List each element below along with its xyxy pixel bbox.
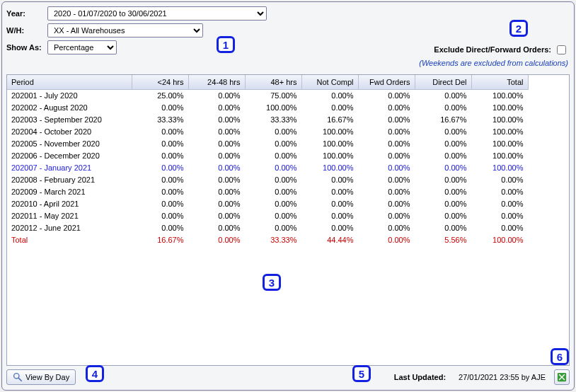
period-cell: 202002 - August 2020 bbox=[7, 101, 132, 113]
value-cell: 0.00% bbox=[415, 137, 471, 149]
period-cell: 202007 - January 2021 bbox=[7, 161, 132, 173]
column-header[interactable]: <24 hrs bbox=[132, 75, 188, 89]
value-cell: 100.00% bbox=[301, 149, 358, 161]
table-row[interactable]: 202007 - January 20210.00%0.00%0.00%100.… bbox=[7, 161, 528, 173]
period-cell: 202009 - March 2021 bbox=[7, 185, 132, 197]
value-cell: 0.00% bbox=[245, 125, 301, 137]
value-cell: 0.00% bbox=[471, 173, 528, 185]
show-as-select[interactable]: Percentage bbox=[47, 40, 117, 54]
column-header[interactable]: Direct Del bbox=[415, 75, 471, 89]
last-updated-label: Last Updated: bbox=[394, 373, 446, 381]
period-cell: 202004 - October 2020 bbox=[7, 125, 132, 137]
value-cell: 0.00% bbox=[301, 101, 358, 113]
value-cell: 0.00% bbox=[358, 89, 415, 101]
data-table-container: Period<24 hrs24-48 hrs48+ hrsNot ComplFw… bbox=[6, 74, 570, 366]
value-cell: 0.00% bbox=[358, 173, 415, 185]
excel-icon bbox=[557, 372, 567, 382]
value-cell: 100.00% bbox=[471, 137, 528, 149]
column-header[interactable]: Period bbox=[7, 75, 132, 89]
table-row[interactable]: 202002 - August 20200.00%0.00%100.00%0.0… bbox=[7, 101, 528, 113]
column-header[interactable]: Total bbox=[471, 75, 528, 89]
period-cell: 202001 - July 2020 bbox=[7, 89, 132, 101]
year-select[interactable]: 2020 - 01/07/2020 to 30/06/2021 bbox=[47, 6, 267, 21]
table-row[interactable]: Total16.67%0.00%33.33%44.44%0.00%5.56%10… bbox=[7, 234, 528, 246]
value-cell: 0.00% bbox=[188, 185, 245, 197]
period-cell: 202006 - December 2020 bbox=[7, 149, 132, 161]
value-cell: 100.00% bbox=[245, 101, 301, 113]
weekend-note: (Weekends are excluded from calculations… bbox=[419, 59, 568, 67]
value-cell: 0.00% bbox=[301, 197, 358, 209]
value-cell: 0.00% bbox=[245, 221, 301, 234]
value-cell: 100.00% bbox=[471, 149, 528, 161]
table-row[interactable]: 202005 - November 20200.00%0.00%0.00%100… bbox=[7, 137, 528, 149]
value-cell: 100.00% bbox=[471, 125, 528, 137]
view-by-day-button[interactable]: View By Day bbox=[6, 369, 76, 385]
value-cell: 0.00% bbox=[358, 161, 415, 173]
value-cell: 0.00% bbox=[188, 209, 245, 221]
table-header-row: Period<24 hrs24-48 hrs48+ hrsNot ComplFw… bbox=[7, 75, 528, 89]
value-cell: 0.00% bbox=[188, 197, 245, 209]
value-cell: 100.00% bbox=[471, 113, 528, 125]
period-cell: 202012 - June 2021 bbox=[7, 221, 132, 234]
value-cell: 0.00% bbox=[245, 209, 301, 221]
period-cell: 202008 - February 2021 bbox=[7, 173, 132, 185]
column-header[interactable]: Not Compl bbox=[301, 75, 358, 89]
value-cell: 0.00% bbox=[471, 185, 528, 197]
value-cell: 0.00% bbox=[132, 185, 188, 197]
table-row[interactable]: 202008 - February 20210.00%0.00%0.00%0.0… bbox=[7, 173, 528, 185]
table-row[interactable]: 202004 - October 20200.00%0.00%0.00%100.… bbox=[7, 125, 528, 137]
value-cell: 0.00% bbox=[415, 185, 471, 197]
value-cell: 0.00% bbox=[301, 185, 358, 197]
value-cell: 0.00% bbox=[132, 221, 188, 234]
annotation-1: 1 bbox=[217, 36, 235, 53]
value-cell: 0.00% bbox=[415, 197, 471, 209]
table-row[interactable]: 202009 - March 20210.00%0.00%0.00%0.00%0… bbox=[7, 185, 528, 197]
value-cell: 0.00% bbox=[188, 137, 245, 149]
value-cell: 0.00% bbox=[358, 185, 415, 197]
value-cell: 100.00% bbox=[471, 234, 528, 246]
table-row[interactable]: 202006 - December 20200.00%0.00%0.00%100… bbox=[7, 149, 528, 161]
value-cell: 0.00% bbox=[188, 113, 245, 125]
value-cell: 100.00% bbox=[301, 137, 358, 149]
table-row[interactable]: 202001 - July 202025.00%0.00%75.00%0.00%… bbox=[7, 89, 528, 101]
last-updated-value: 27/01/2021 23:55 by AJE bbox=[459, 373, 546, 381]
value-cell: 100.00% bbox=[301, 161, 358, 173]
value-cell: 16.67% bbox=[132, 234, 188, 246]
value-cell: 0.00% bbox=[358, 234, 415, 246]
warehouse-select[interactable]: XX - All Warehouses bbox=[47, 23, 203, 38]
column-header[interactable]: Fwd Orders bbox=[358, 75, 415, 89]
value-cell: 75.00% bbox=[245, 89, 301, 101]
value-cell: 0.00% bbox=[415, 89, 471, 101]
value-cell: 0.00% bbox=[188, 125, 245, 137]
value-cell: 0.00% bbox=[301, 209, 358, 221]
value-cell: 0.00% bbox=[358, 221, 415, 234]
period-cell: 202005 - November 2020 bbox=[7, 137, 132, 149]
view-by-day-label: View By Day bbox=[25, 373, 69, 381]
period-cell: Total bbox=[7, 234, 132, 246]
exclude-checkbox[interactable] bbox=[557, 45, 566, 54]
value-cell: 0.00% bbox=[132, 161, 188, 173]
export-excel-button[interactable] bbox=[554, 369, 570, 385]
column-header[interactable]: 24-48 hrs bbox=[188, 75, 245, 89]
value-cell: 0.00% bbox=[358, 125, 415, 137]
value-cell: 0.00% bbox=[301, 221, 358, 234]
value-cell: 0.00% bbox=[188, 149, 245, 161]
value-cell: 0.00% bbox=[415, 101, 471, 113]
value-cell: 16.67% bbox=[301, 113, 358, 125]
value-cell: 0.00% bbox=[132, 125, 188, 137]
value-cell: 0.00% bbox=[471, 221, 528, 234]
value-cell: 0.00% bbox=[132, 173, 188, 185]
table-row[interactable]: 202011 - May 20210.00%0.00%0.00%0.00%0.0… bbox=[7, 209, 528, 221]
annotation-2: 2 bbox=[509, 20, 528, 37]
value-cell: 0.00% bbox=[415, 125, 471, 137]
table-row[interactable]: 202003 - September 202033.33%0.00%33.33%… bbox=[7, 113, 528, 125]
value-cell: 0.00% bbox=[301, 173, 358, 185]
table-row[interactable]: 202012 - June 20210.00%0.00%0.00%0.00%0.… bbox=[7, 221, 528, 234]
table-row[interactable]: 202010 - April 20210.00%0.00%0.00%0.00%0… bbox=[7, 197, 528, 209]
value-cell: 0.00% bbox=[132, 197, 188, 209]
column-header[interactable]: 48+ hrs bbox=[245, 75, 301, 89]
value-cell: 0.00% bbox=[132, 209, 188, 221]
value-cell: 100.00% bbox=[301, 125, 358, 137]
value-cell: 0.00% bbox=[188, 161, 245, 173]
period-cell: 202003 - September 2020 bbox=[7, 113, 132, 125]
